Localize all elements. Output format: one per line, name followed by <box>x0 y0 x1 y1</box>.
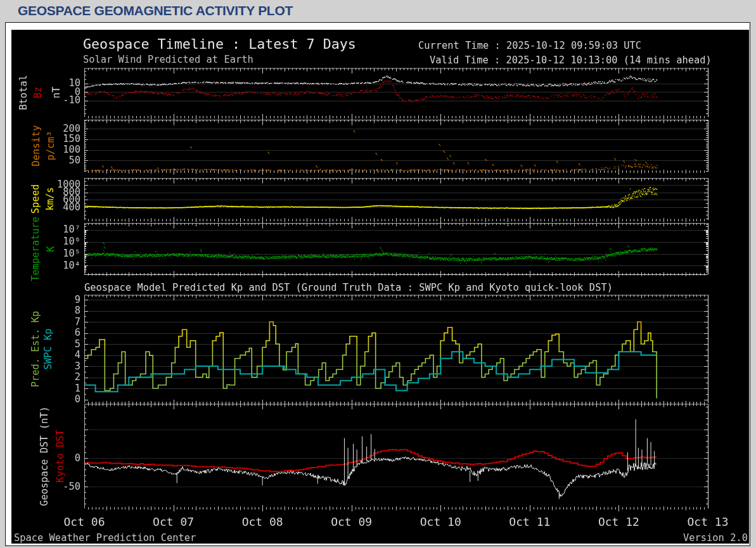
valid-time-label: Valid Time : 2025-10-12 10:13:00 (14 min… <box>430 54 712 66</box>
x-axis-label-6: Oct 12 <box>590 515 647 528</box>
axis-title-temperature-1: K <box>45 246 56 252</box>
axis-title-bfield-0: Btotal <box>18 75 29 110</box>
x-axis-label-3: Oct 09 <box>323 515 380 528</box>
plot-title: Geospace Timeline : Latest 7 Days <box>83 36 356 52</box>
axis-title-density-1: p/cm³ <box>45 131 56 160</box>
footer-version-label: Version 2.0 <box>683 532 748 544</box>
y-tick-kp-0: 0 <box>0 393 80 405</box>
axis-title-speed-1: km/s <box>44 188 56 211</box>
axis-title-density-0: Density <box>30 125 42 167</box>
axis-title-speed-0: Speed <box>30 184 41 213</box>
geospace-chart-canvas <box>0 0 756 548</box>
x-axis-label-1: Oct 07 <box>145 515 202 528</box>
kp-dst-section-title: Geospace Model Predicted Kp and DST (Gro… <box>84 282 613 293</box>
axis-title-bfield-2: nT <box>51 87 62 99</box>
axis-title-kp-1: SWPC Kp <box>42 328 54 369</box>
plot-subtitle: Solar Wind Predicted at Earth <box>83 54 253 65</box>
x-axis-label-0: Oct 06 <box>56 515 113 528</box>
current-time-label: Current Time : 2025-10-12 09:59:03 UTC <box>418 40 641 51</box>
y-tick-kp-9: 9 <box>0 294 80 305</box>
footer-org-label: Space Weather Prediction Center <box>14 532 196 544</box>
x-axis-label-4: Oct 10 <box>412 515 469 528</box>
axis-title-temperature-0: Temperature <box>30 217 41 281</box>
axis-title-dst-0: Geospace DST (nT) <box>39 406 50 506</box>
axis-title-kp-0: Pred. Est. Kp <box>30 311 41 387</box>
x-axis-label-7: Oct 13 <box>679 515 736 528</box>
x-axis-label-2: Oct 08 <box>234 515 291 528</box>
axis-title-dst-1: Kyoto DST <box>54 430 66 482</box>
axis-title-bfield-1: Bz <box>32 87 44 99</box>
x-axis-label-5: Oct 11 <box>501 515 558 528</box>
